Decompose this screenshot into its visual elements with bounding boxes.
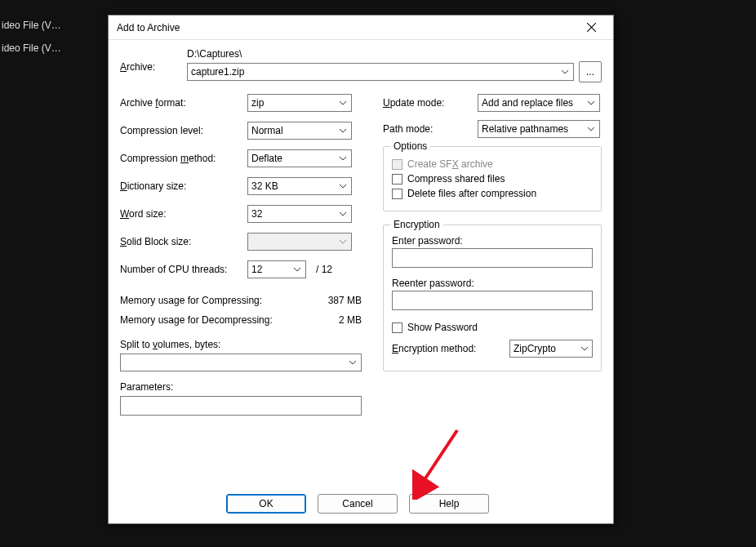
chevron-down-icon: [336, 96, 349, 110]
encryption-legend: Encryption: [390, 219, 443, 230]
chevron-down-icon: [291, 262, 304, 277]
archive-filename-value: capture1.zip: [191, 66, 244, 78]
path-mode-label: Path mode:: [383, 123, 478, 135]
options-group: Options Create SFX archive Compress shar…: [383, 146, 602, 211]
chevron-down-icon: [346, 355, 359, 370]
options-legend: Options: [390, 140, 430, 152]
dialog-title: Add to Archive: [117, 22, 576, 33]
encryption-group: Encryption Enter password: Reenter passw…: [383, 225, 602, 371]
mem-decompress-value: 2 MB: [339, 314, 362, 326]
chevron-down-icon: [336, 207, 349, 221]
cpu-threads-label: Number of CPU threads:: [120, 264, 247, 275]
help-button[interactable]: Help: [409, 494, 489, 514]
show-password-checkbox[interactable]: [392, 322, 402, 333]
dictionary-size-label: Dictionary size:: [120, 180, 247, 192]
compression-method-label: Compression method:: [120, 153, 247, 164]
parameters-input[interactable]: [120, 396, 362, 416]
ok-button[interactable]: OK: [226, 494, 306, 514]
close-icon: [587, 23, 596, 32]
mem-decompress-label: Memory usage for Decompressing:: [120, 314, 273, 326]
compression-level-select[interactable]: Normal: [247, 122, 352, 140]
chevron-down-icon: [336, 179, 349, 193]
word-size-select[interactable]: 32: [247, 205, 352, 223]
update-mode-select[interactable]: Add and replace files: [478, 94, 600, 112]
solid-block-size-select: [247, 233, 352, 251]
chevron-down-icon: [558, 64, 571, 79]
chevron-down-icon: [585, 122, 598, 136]
archive-path: D:\Captures\: [187, 48, 602, 60]
cpu-threads-total: / 12: [316, 264, 332, 275]
split-volumes-input[interactable]: [120, 354, 362, 371]
chevron-down-icon: [336, 123, 349, 138]
update-mode-label: Update mode:: [383, 97, 478, 109]
delete-after-checkbox[interactable]: [392, 189, 402, 199]
compression-method-select[interactable]: Deflate: [247, 149, 352, 167]
archive-format-label: Archive format:: [120, 97, 247, 109]
dictionary-size-select[interactable]: 32 KB: [247, 177, 352, 195]
sfx-label: Create SFX archive: [407, 158, 493, 170]
path-mode-select[interactable]: Relative pathnames: [478, 120, 600, 138]
archive-format-select[interactable]: zip: [247, 94, 352, 112]
encryption-method-label: Encryption method:: [392, 343, 476, 354]
file-name: ideo File (V…: [0, 20, 98, 31]
reenter-password-input[interactable]: [392, 291, 593, 310]
delete-after-label: Delete files after compression: [407, 188, 536, 199]
cancel-button[interactable]: Cancel: [318, 494, 398, 514]
browse-button[interactable]: ...: [579, 61, 602, 82]
chevron-down-icon: [336, 151, 349, 166]
archive-filename-input[interactable]: capture1.zip: [187, 63, 574, 81]
word-size-label: Word size:: [120, 208, 247, 220]
chevron-down-icon: [585, 96, 598, 110]
close-button[interactable]: [576, 16, 607, 39]
titlebar: Add to Archive: [109, 16, 613, 40]
mem-compress-value: 387 MB: [328, 295, 362, 306]
archive-label: Archive:: [120, 48, 187, 73]
add-to-archive-dialog: Add to Archive Archive: D:\Captures\ cap…: [108, 15, 614, 524]
mem-compress-label: Memory usage for Compressing:: [120, 295, 262, 306]
reenter-password-label: Reenter password:: [392, 278, 593, 289]
compression-level-label: Compression level:: [120, 125, 247, 136]
file-name: ideo File (V…: [0, 42, 98, 54]
encryption-method-select[interactable]: ZipCrypto: [509, 340, 593, 358]
parameters-label: Parameters:: [120, 381, 362, 393]
chevron-down-icon: [336, 234, 349, 249]
compress-shared-checkbox[interactable]: [392, 174, 402, 185]
enter-password-input[interactable]: [392, 248, 593, 268]
split-volumes-label: Split to volumes, bytes:: [120, 339, 362, 350]
cpu-threads-select[interactable]: 12: [247, 260, 306, 278]
chevron-down-icon: [579, 341, 590, 356]
sfx-checkbox: [392, 159, 402, 170]
solid-block-size-label: Solid Block size:: [120, 236, 247, 247]
show-password-label: Show Password: [407, 322, 478, 333]
enter-password-label: Enter password:: [392, 235, 593, 247]
compress-shared-label: Compress shared files: [407, 173, 505, 185]
